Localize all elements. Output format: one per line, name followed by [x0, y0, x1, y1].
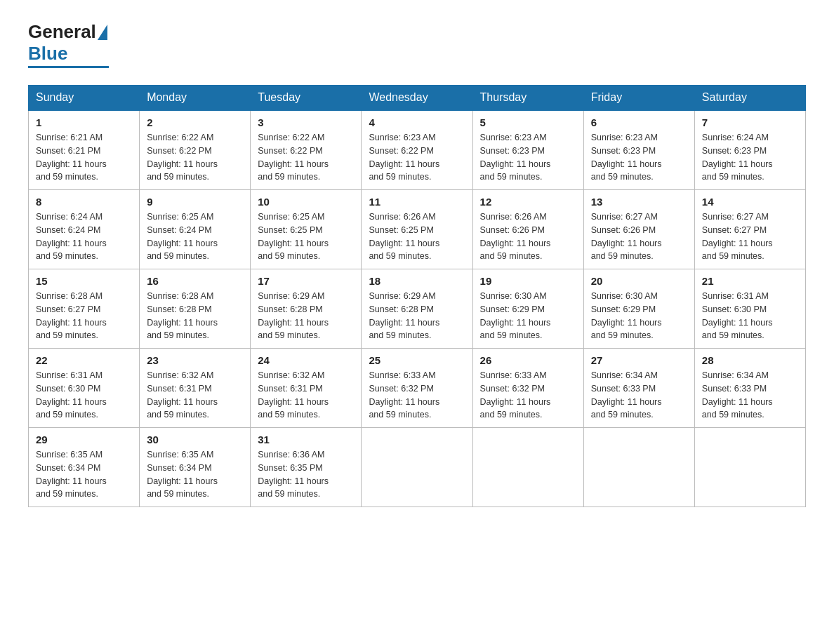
day-number: 19: [480, 275, 576, 287]
day-info: Sunrise: 6:23 AMSunset: 6:22 PMDaylight:…: [369, 131, 465, 184]
day-number: 2: [147, 116, 243, 128]
calendar-cell: 7Sunrise: 6:24 AMSunset: 6:23 PMDaylight…: [694, 110, 805, 190]
day-info: Sunrise: 6:32 AMSunset: 6:31 PMDaylight:…: [258, 369, 354, 422]
calendar-header-wednesday: Wednesday: [362, 86, 472, 111]
day-number: 30: [147, 434, 243, 445]
day-info: Sunrise: 6:35 AMSunset: 6:34 PMDaylight:…: [147, 448, 243, 501]
day-info: Sunrise: 6:29 AMSunset: 6:28 PMDaylight:…: [258, 290, 354, 342]
day-info: Sunrise: 6:34 AMSunset: 6:33 PMDaylight:…: [702, 369, 798, 422]
logo: General Blue: [28, 21, 109, 68]
calendar-header-friday: Friday: [583, 86, 694, 111]
calendar-cell: 18Sunrise: 6:29 AMSunset: 6:28 PMDayligh…: [362, 269, 472, 349]
day-number: 15: [36, 275, 132, 287]
day-number: 24: [258, 354, 354, 366]
day-number: 8: [36, 196, 132, 208]
calendar-cell: 27Sunrise: 6:34 AMSunset: 6:33 PMDayligh…: [583, 349, 694, 428]
calendar-cell: 12Sunrise: 6:26 AMSunset: 6:26 PMDayligh…: [472, 190, 583, 269]
page-header: General Blue: [28, 21, 806, 68]
day-number: 7: [702, 116, 798, 128]
day-number: 31: [258, 434, 354, 445]
day-number: 21: [702, 275, 798, 287]
day-info: Sunrise: 6:28 AMSunset: 6:28 PMDaylight:…: [147, 290, 243, 342]
calendar-table: SundayMondayTuesdayWednesdayThursdayFrid…: [28, 85, 806, 507]
day-info: Sunrise: 6:33 AMSunset: 6:32 PMDaylight:…: [369, 369, 465, 422]
calendar-cell: 15Sunrise: 6:28 AMSunset: 6:27 PMDayligh…: [29, 269, 140, 349]
logo-underline: [28, 66, 109, 68]
calendar-cell: 1Sunrise: 6:21 AMSunset: 6:21 PMDaylight…: [29, 110, 140, 190]
calendar-cell: 10Sunrise: 6:25 AMSunset: 6:25 PMDayligh…: [251, 190, 362, 269]
day-number: 12: [480, 196, 576, 208]
calendar-cell: 17Sunrise: 6:29 AMSunset: 6:28 PMDayligh…: [251, 269, 362, 349]
day-info: Sunrise: 6:32 AMSunset: 6:31 PMDaylight:…: [147, 369, 243, 422]
day-number: 13: [591, 196, 687, 208]
day-number: 6: [591, 116, 687, 128]
calendar-cell: 11Sunrise: 6:26 AMSunset: 6:25 PMDayligh…: [362, 190, 472, 269]
calendar-cell: 9Sunrise: 6:25 AMSunset: 6:24 PMDaylight…: [140, 190, 251, 269]
day-info: Sunrise: 6:27 AMSunset: 6:27 PMDaylight:…: [702, 210, 798, 263]
calendar-week-row: 15Sunrise: 6:28 AMSunset: 6:27 PMDayligh…: [29, 269, 806, 349]
day-info: Sunrise: 6:36 AMSunset: 6:35 PMDaylight:…: [258, 448, 354, 501]
day-info: Sunrise: 6:25 AMSunset: 6:25 PMDaylight:…: [258, 210, 354, 263]
calendar-cell: 13Sunrise: 6:27 AMSunset: 6:26 PMDayligh…: [583, 190, 694, 269]
calendar-week-row: 1Sunrise: 6:21 AMSunset: 6:21 PMDaylight…: [29, 110, 806, 190]
calendar-cell: 24Sunrise: 6:32 AMSunset: 6:31 PMDayligh…: [251, 349, 362, 428]
day-info: Sunrise: 6:23 AMSunset: 6:23 PMDaylight:…: [591, 131, 687, 184]
calendar-cell: [362, 428, 472, 507]
day-number: 17: [258, 275, 354, 287]
calendar-cell: 29Sunrise: 6:35 AMSunset: 6:34 PMDayligh…: [29, 428, 140, 507]
day-info: Sunrise: 6:26 AMSunset: 6:26 PMDaylight:…: [480, 210, 576, 263]
calendar-cell: 21Sunrise: 6:31 AMSunset: 6:30 PMDayligh…: [694, 269, 805, 349]
calendar-cell: 31Sunrise: 6:36 AMSunset: 6:35 PMDayligh…: [251, 428, 362, 507]
day-number: 23: [147, 354, 243, 366]
day-number: 28: [702, 354, 798, 366]
calendar-header-tuesday: Tuesday: [251, 86, 362, 111]
day-info: Sunrise: 6:31 AMSunset: 6:30 PMDaylight:…: [702, 290, 798, 342]
day-number: 10: [258, 196, 354, 208]
day-info: Sunrise: 6:23 AMSunset: 6:23 PMDaylight:…: [480, 131, 576, 184]
calendar-week-row: 8Sunrise: 6:24 AMSunset: 6:24 PMDaylight…: [29, 190, 806, 269]
day-info: Sunrise: 6:33 AMSunset: 6:32 PMDaylight:…: [480, 369, 576, 422]
day-number: 26: [480, 354, 576, 366]
calendar-cell: 26Sunrise: 6:33 AMSunset: 6:32 PMDayligh…: [472, 349, 583, 428]
day-info: Sunrise: 6:29 AMSunset: 6:28 PMDaylight:…: [369, 290, 465, 342]
calendar-cell: 28Sunrise: 6:34 AMSunset: 6:33 PMDayligh…: [694, 349, 805, 428]
day-number: 20: [591, 275, 687, 287]
day-info: Sunrise: 6:24 AMSunset: 6:24 PMDaylight:…: [36, 210, 132, 263]
calendar-cell: 25Sunrise: 6:33 AMSunset: 6:32 PMDayligh…: [362, 349, 472, 428]
logo-text: General: [28, 21, 109, 43]
logo-blue: Blue: [28, 43, 67, 65]
day-number: 14: [702, 196, 798, 208]
day-info: Sunrise: 6:30 AMSunset: 6:29 PMDaylight:…: [480, 290, 576, 342]
day-info: Sunrise: 6:28 AMSunset: 6:27 PMDaylight:…: [36, 290, 132, 342]
logo-general: General: [28, 21, 96, 43]
day-number: 16: [147, 275, 243, 287]
day-number: 1: [36, 116, 132, 128]
calendar-cell: 20Sunrise: 6:30 AMSunset: 6:29 PMDayligh…: [583, 269, 694, 349]
day-info: Sunrise: 6:26 AMSunset: 6:25 PMDaylight:…: [369, 210, 465, 263]
calendar-cell: 22Sunrise: 6:31 AMSunset: 6:30 PMDayligh…: [29, 349, 140, 428]
calendar-cell: 30Sunrise: 6:35 AMSunset: 6:34 PMDayligh…: [140, 428, 251, 507]
day-info: Sunrise: 6:34 AMSunset: 6:33 PMDaylight:…: [591, 369, 687, 422]
calendar-header-row: SundayMondayTuesdayWednesdayThursdayFrid…: [29, 86, 806, 111]
calendar-cell: [583, 428, 694, 507]
day-info: Sunrise: 6:25 AMSunset: 6:24 PMDaylight:…: [147, 210, 243, 263]
calendar-week-row: 22Sunrise: 6:31 AMSunset: 6:30 PMDayligh…: [29, 349, 806, 428]
day-info: Sunrise: 6:30 AMSunset: 6:29 PMDaylight:…: [591, 290, 687, 342]
calendar-cell: 14Sunrise: 6:27 AMSunset: 6:27 PMDayligh…: [694, 190, 805, 269]
day-number: 22: [36, 354, 132, 366]
calendar-cell: 4Sunrise: 6:23 AMSunset: 6:22 PMDaylight…: [362, 110, 472, 190]
calendar-header-sunday: Sunday: [29, 86, 140, 111]
day-number: 25: [369, 354, 465, 366]
calendar-cell: 6Sunrise: 6:23 AMSunset: 6:23 PMDaylight…: [583, 110, 694, 190]
day-info: Sunrise: 6:27 AMSunset: 6:26 PMDaylight:…: [591, 210, 687, 263]
calendar-cell: 3Sunrise: 6:22 AMSunset: 6:22 PMDaylight…: [251, 110, 362, 190]
calendar-cell: [694, 428, 805, 507]
day-info: Sunrise: 6:21 AMSunset: 6:21 PMDaylight:…: [36, 131, 132, 184]
calendar-cell: 19Sunrise: 6:30 AMSunset: 6:29 PMDayligh…: [472, 269, 583, 349]
calendar-cell: 2Sunrise: 6:22 AMSunset: 6:22 PMDaylight…: [140, 110, 251, 190]
day-number: 18: [369, 275, 465, 287]
calendar-cell: [472, 428, 583, 507]
calendar-week-row: 29Sunrise: 6:35 AMSunset: 6:34 PMDayligh…: [29, 428, 806, 507]
calendar-header-thursday: Thursday: [472, 86, 583, 111]
day-number: 4: [369, 116, 465, 128]
